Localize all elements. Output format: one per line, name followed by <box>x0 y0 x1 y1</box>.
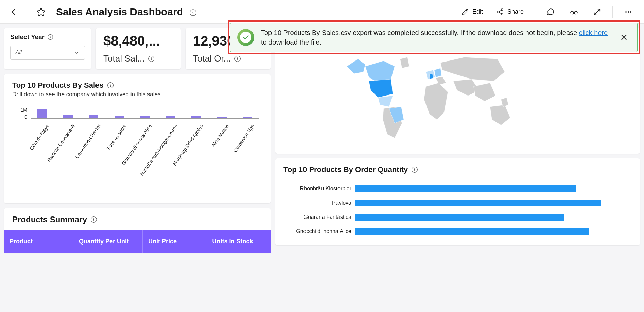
x-label: Gnocchi di nonna Alice <box>144 122 150 129</box>
info-icon[interactable] <box>148 55 155 62</box>
svg-point-2 <box>498 11 500 13</box>
kpi-value: $8,480,... <box>103 33 173 49</box>
hbar[interactable] <box>355 200 601 206</box>
bar-chart: 1M 0 Côte de BlayeRaclette CourdavaultCa… <box>12 108 262 196</box>
bar[interactable] <box>37 109 47 119</box>
bar[interactable] <box>89 115 98 118</box>
svg-point-6 <box>625 11 627 13</box>
x-label: Tarte au sucre <box>118 122 124 129</box>
share-icon <box>497 8 504 16</box>
divider <box>535 6 535 18</box>
bar[interactable] <box>140 116 150 118</box>
info-icon[interactable] <box>90 216 97 223</box>
hbar-row <box>355 181 632 196</box>
pencil-icon <box>462 8 469 16</box>
x-label: Camembert Pierrot <box>93 122 98 129</box>
x-label: Carnarvon Tige <box>247 122 252 129</box>
hbar-chart-body: Rhönbräu KlosterbierPavlovaGuaraná Fantá… <box>283 181 632 239</box>
x-label: Raclette Courdavault <box>67 122 72 129</box>
hbar-label: Gnocchi di nonna Alice <box>283 224 351 239</box>
right-column: Top 10 Products By Order Quantity Rhönbr… <box>275 28 640 253</box>
svg-point-1 <box>501 8 503 11</box>
chat-icon <box>546 8 555 16</box>
bar[interactable] <box>191 116 201 118</box>
page-title: Sales Analysis Dashboard <box>56 6 197 18</box>
bar[interactable] <box>243 117 252 118</box>
bar[interactable] <box>115 116 124 118</box>
edit-button[interactable]: Edit <box>459 7 486 17</box>
dashboard-content: Select Year All $8,480,... Total Sal... … <box>0 24 644 257</box>
chevron-down-icon <box>74 50 80 56</box>
back-button[interactable] <box>8 5 21 18</box>
th-qty-per-unit[interactable]: Quantity Per Unit <box>73 230 143 253</box>
hbar[interactable] <box>355 185 576 192</box>
info-icon[interactable] <box>234 55 241 62</box>
table-header: Product Quantity Per Unit Unit Price Uni… <box>4 230 271 253</box>
fullscreen-button[interactable] <box>590 6 604 18</box>
x-label: Côte de Blaye <box>41 122 47 129</box>
more-icon <box>624 8 632 16</box>
notification-text: Top 10 Products By Sales.csv export was … <box>261 28 611 47</box>
favorite-button[interactable] <box>35 6 47 18</box>
view-mode-button[interactable] <box>566 5 582 18</box>
expand-icon <box>593 8 601 16</box>
svg-point-8 <box>630 11 631 13</box>
info-icon[interactable] <box>107 82 114 89</box>
notification-close-button[interactable] <box>617 31 630 44</box>
comments-button[interactable] <box>543 6 558 18</box>
kpi-label: Total Sal... <box>103 53 173 64</box>
hbar[interactable] <box>355 214 564 221</box>
x-label: NuNuCa Nuß-Nougat-Creme <box>170 122 175 129</box>
info-icon[interactable] <box>189 9 197 16</box>
close-icon <box>620 33 628 42</box>
hbar-label: Pavlova <box>283 196 351 210</box>
year-filter-card: Select Year All <box>4 28 91 69</box>
x-label: Manjimup Dried Apples <box>195 122 201 129</box>
divider <box>612 6 613 18</box>
chart-title: Top 10 Products By Order Quantity <box>283 165 632 174</box>
x-label: Alice Mutton <box>221 122 226 129</box>
success-icon <box>237 29 254 46</box>
share-button[interactable]: Share <box>494 7 526 17</box>
top-products-sales-card: Top 10 Products By Sales Drill down to s… <box>4 74 271 203</box>
info-icon[interactable] <box>47 34 53 40</box>
glasses-icon <box>570 7 578 16</box>
th-unit-price[interactable]: Unit Price <box>143 230 207 253</box>
filter-label: Select Year <box>10 33 85 41</box>
bar[interactable] <box>166 116 175 118</box>
year-select[interactable]: All <box>10 46 85 60</box>
kpi-label: Total Or... <box>193 53 263 64</box>
bar[interactable] <box>63 115 73 118</box>
header-right: Edit Share <box>459 5 636 18</box>
notification-border: Top 10 Products By Sales.csv export was … <box>228 20 640 54</box>
chart-title: Top 10 Products By Sales <box>12 81 262 90</box>
hbar[interactable] <box>355 228 589 235</box>
bars-area: Côte de BlayeRaclette CourdavaultCamembe… <box>31 108 259 196</box>
arrow-left-icon <box>10 7 19 16</box>
total-sales-kpi: $8,480,... Total Sal... <box>96 28 181 69</box>
th-units-stock[interactable]: Units In Stock <box>207 230 271 253</box>
summary-title: Products Summary <box>4 215 271 230</box>
svg-point-3 <box>501 13 503 15</box>
left-column: Select Year All $8,480,... Total Sal... … <box>4 28 271 253</box>
info-icon[interactable] <box>411 166 418 173</box>
star-icon <box>36 7 46 17</box>
hbar-row <box>355 196 632 210</box>
header-left: Sales Analysis Dashboard <box>8 5 197 18</box>
hbar-row <box>355 224 632 239</box>
notification-highlight: Top 10 Products By Sales.csv export was … <box>228 20 640 54</box>
export-notification: Top 10 Products By Sales.csv export was … <box>230 23 638 52</box>
chart-subtitle: Drill down to see the company which invo… <box>12 91 262 98</box>
download-link[interactable]: click here <box>579 29 608 36</box>
products-summary-card: Products Summary Product Quantity Per Un… <box>4 208 271 253</box>
more-button[interactable] <box>621 6 636 18</box>
hbar-label: Guaraná Fantástica <box>283 210 351 224</box>
bar[interactable] <box>217 117 227 118</box>
hbar-row <box>355 210 632 224</box>
th-product[interactable]: Product <box>4 230 73 253</box>
top-products-qty-card: Top 10 Products By Order Quantity Rhönbr… <box>275 158 640 245</box>
divider <box>28 6 28 18</box>
world-map[interactable] <box>343 52 527 154</box>
hbar-label: Rhönbräu Klosterbier <box>283 181 351 196</box>
svg-point-7 <box>628 11 629 13</box>
